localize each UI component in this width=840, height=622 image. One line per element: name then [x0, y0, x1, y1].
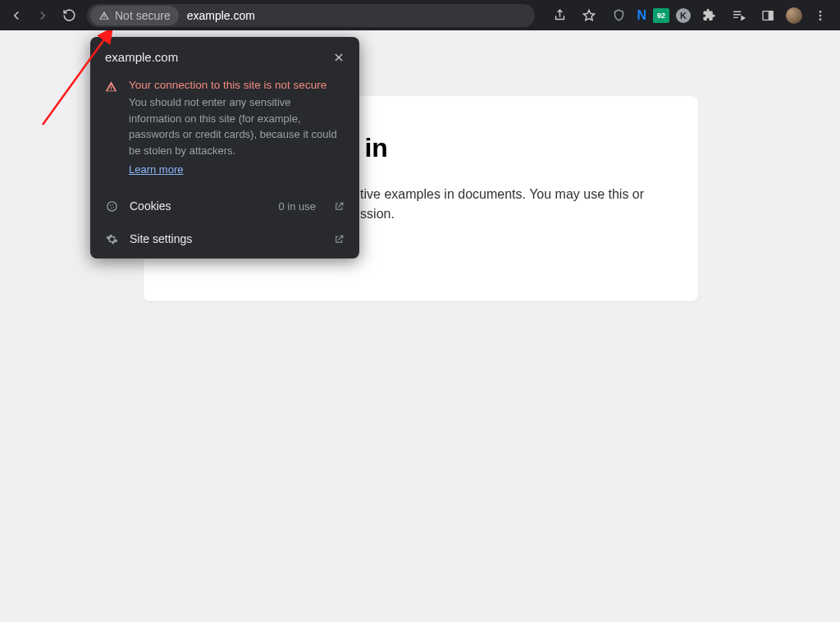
playlist-extension-icon[interactable]: [727, 4, 750, 27]
svg-point-7: [112, 204, 113, 204]
share-button[interactable]: [548, 4, 571, 27]
warning-body: You should not enter any sensitive infor…: [129, 94, 345, 158]
security-warning-block: Your connection to this site is not secu…: [90, 74, 359, 190]
omnibox[interactable]: Not secure example.com: [87, 4, 535, 27]
svg-point-6: [109, 204, 111, 206]
warning-title: Your connection to this site is not secu…: [129, 79, 345, 91]
shield-extension-icon[interactable]: [607, 4, 630, 27]
browser-toolbar: Not secure example.com N 92 K: [0, 0, 840, 30]
page-viewport: Example Domain This domain is for use in…: [0, 30, 840, 622]
cookies-row[interactable]: Cookies 0 in use: [90, 190, 359, 222]
close-icon[interactable]: [333, 52, 345, 63]
cookie-icon: [105, 200, 118, 213]
omnibox-url: example.com: [187, 9, 255, 22]
learn-more-link[interactable]: Learn more: [129, 163, 183, 176]
bookmark-star-button[interactable]: [578, 4, 600, 27]
forward-button[interactable]: [31, 4, 54, 27]
svg-rect-1: [769, 11, 773, 20]
back-button[interactable]: [5, 4, 28, 27]
svg-point-8: [111, 207, 112, 208]
extensions-puzzle-icon[interactable]: [697, 4, 720, 27]
kebab-menu-icon[interactable]: [809, 4, 832, 27]
open-external-icon: [334, 201, 345, 212]
svg-point-9: [112, 207, 113, 208]
svg-point-4: [819, 18, 822, 21]
site-settings-row[interactable]: Site settings: [90, 222, 359, 255]
security-status-pill[interactable]: Not secure: [90, 6, 179, 25]
profile-avatar[interactable]: [786, 7, 802, 24]
security-status-label: Not secure: [115, 9, 171, 22]
warning-triangle-icon: [98, 10, 110, 21]
toolbar-actions: N 92 K: [541, 4, 835, 27]
cookies-count: 0 in use: [278, 200, 316, 213]
cookies-label: Cookies: [130, 199, 267, 213]
site-info-popout: example.com Your connection to this site…: [90, 37, 359, 258]
svg-point-2: [819, 11, 822, 13]
site-settings-label: Site settings: [130, 232, 322, 245]
reload-button[interactable]: [57, 4, 80, 27]
popout-site-name: example.com: [105, 50, 178, 64]
side-panel-icon[interactable]: [756, 4, 779, 27]
n-extension-icon[interactable]: N: [637, 8, 646, 23]
k-extension-icon[interactable]: K: [676, 8, 691, 23]
warning-triangle-icon: [105, 79, 117, 176]
open-external-icon: [334, 234, 345, 245]
numeric-badge-extension-icon[interactable]: 92: [653, 8, 669, 23]
svg-point-3: [819, 14, 822, 16]
svg-point-5: [107, 201, 116, 210]
gear-icon: [105, 233, 118, 245]
